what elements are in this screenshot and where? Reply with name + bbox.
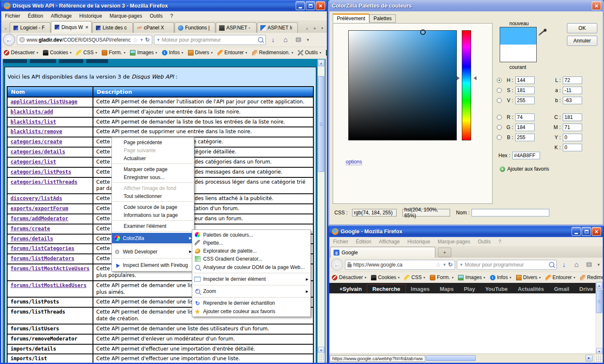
api-link[interactable]: exports/exportForum xyxy=(11,206,68,211)
maximize-button[interactable] xyxy=(582,227,591,236)
context-menu-item[interactable]: Tout sélectionner xyxy=(112,192,194,200)
menu-item[interactable]: Fichier xyxy=(329,237,352,246)
scroll-right-icon[interactable]: ▶ xyxy=(585,355,593,361)
api-link[interactable]: categories/details xyxy=(11,149,65,155)
tab-close-icon[interactable]: × xyxy=(85,24,88,30)
webdev-item[interactable]: Cookies ▾ xyxy=(43,50,72,55)
hue-marker-left-icon[interactable] xyxy=(457,76,460,80)
menu-item[interactable]: Marque-pages xyxy=(434,237,474,246)
webdev-item[interactable]: Redimension. ▾ xyxy=(580,274,603,280)
webdev-item[interactable]: Form. ▾ xyxy=(430,274,453,280)
downloads-button[interactable]: ↓ xyxy=(559,261,570,268)
webdev-item[interactable]: Infos ▾ xyxy=(162,50,183,55)
api-link[interactable]: forums/details xyxy=(11,236,53,242)
k-field[interactable]: 0 xyxy=(563,144,582,151)
lab-b-field[interactable]: -63 xyxy=(563,97,582,104)
menu-item[interactable]: ? xyxy=(495,237,505,246)
webdev-item[interactable]: Entourer ▾ xyxy=(217,50,247,55)
webdev-item[interactable]: Outils ▾ xyxy=(298,50,321,55)
webdev-item[interactable]: Désactiver ▾ xyxy=(332,274,366,280)
radio-s[interactable] xyxy=(497,88,502,93)
webdev-item[interactable]: Code source ▾ xyxy=(326,50,327,55)
webdev-item[interactable]: CSS ▾ xyxy=(404,274,425,280)
submenu-item-palettes[interactable]: Palettes de couleurs... xyxy=(192,231,310,239)
submenu-item-resample[interactable]: ↻ Reprendre le dernier échantillon xyxy=(192,299,310,307)
resize-grip[interactable] xyxy=(595,355,603,363)
menu-item[interactable]: Affichage xyxy=(47,12,76,20)
webdev-item[interactable]: Images ▾ xyxy=(458,274,485,280)
home-button[interactable]: ⌂ xyxy=(280,36,291,43)
toolbar-overflow-icon[interactable]: ▼ xyxy=(596,263,601,267)
api-link[interactable]: blacklists/list xyxy=(11,119,56,125)
submenu-item-dom-analyzer[interactable]: Analyseur de couleur DOM de la page Web.… xyxy=(192,263,310,272)
api-link[interactable]: forums/create xyxy=(11,226,50,232)
maximize-button[interactable] xyxy=(306,1,315,10)
webdev-item[interactable]: Form. ▾ xyxy=(102,50,125,55)
a-field[interactable]: -11 xyxy=(563,87,582,94)
google-nav-item[interactable]: Play xyxy=(459,285,480,293)
webdev-item[interactable]: Divers ▾ xyxy=(188,50,213,55)
google-nav-item[interactable]: Maps xyxy=(434,285,458,293)
webdev-item[interactable]: CSS ▾ xyxy=(76,50,97,55)
search-icon[interactable] xyxy=(258,37,263,42)
api-link[interactable]: forums/listCategories xyxy=(11,245,74,251)
api-link[interactable]: forums/listUsers xyxy=(11,326,59,332)
tab-list-button[interactable]: ▾ xyxy=(318,24,326,33)
api-link[interactable]: blacklists/add xyxy=(11,109,53,115)
resize-grip[interactable] xyxy=(318,353,325,363)
google-nav-item[interactable]: Images xyxy=(406,285,435,293)
tab-scroll-right-button[interactable]: › xyxy=(303,24,311,33)
google-nav-item[interactable]: Drive xyxy=(574,285,598,293)
b-field[interactable]: 255 xyxy=(515,134,535,141)
radio-r[interactable] xyxy=(497,115,502,120)
css-rgb-value[interactable]: rgb(74, 184, 255) xyxy=(352,209,397,216)
plugin-button[interactable] xyxy=(293,37,304,42)
context-menu-item[interactable]: Enregistrer sous... xyxy=(112,173,194,181)
l-field[interactable]: 72 xyxy=(563,76,582,84)
css-hsl-value[interactable]: hsl(204, 100%, 65%) xyxy=(403,209,450,216)
context-menu-item[interactable]: Actualiser xyxy=(112,154,194,162)
color-marker[interactable] xyxy=(420,29,426,35)
scroll-up-icon[interactable]: ▲ xyxy=(596,282,602,289)
page-top-links[interactable] xyxy=(3,59,108,64)
api-link[interactable]: forums/listModerators xyxy=(11,256,74,261)
browser-tab[interactable]: ASP.NET - C... xyxy=(216,22,257,33)
api-link[interactable]: imports/list xyxy=(11,356,47,361)
api-link[interactable]: categories/list xyxy=(11,159,56,165)
add-to-favorites[interactable]: +Ajouter aux favoris xyxy=(500,166,549,172)
google-nav-item[interactable]: Recherche xyxy=(367,284,405,294)
reload-icon[interactable]: ↻ xyxy=(448,262,453,267)
webdev-item[interactable]: Entourer ▾ xyxy=(546,274,575,280)
browser-tab[interactable]: cP cPanel X xyxy=(133,22,174,33)
r-field[interactable]: 74 xyxy=(515,113,535,121)
url-dropdown-icon[interactable]: ▼ xyxy=(442,263,446,267)
new-tab-button[interactable]: + xyxy=(311,24,318,33)
webdev-item[interactable]: Désactiver ▾ xyxy=(4,50,38,55)
submenu-item-gradient-generator[interactable]: CSS Gradient Generator... xyxy=(192,255,310,263)
radio-g[interactable] xyxy=(497,125,502,130)
submenu-item-pipette[interactable]: Pipette... xyxy=(192,239,310,247)
close-button[interactable]: × xyxy=(592,227,601,236)
menu-item[interactable]: ? xyxy=(167,12,177,20)
submenu-item-add-favorites[interactable]: ★ Ajouter cette couleur aux favoris xyxy=(192,307,310,316)
search-placeholder[interactable]: Moteur pour programmeur xyxy=(162,37,256,43)
title-bar[interactable]: ColorZilla Palettes de couleurs × xyxy=(329,0,603,11)
menu-item[interactable]: Fichier xyxy=(1,12,24,20)
api-link[interactable]: forums/removeModerator xyxy=(11,336,77,342)
context-menu-item-webdeveloper[interactable]: ⚙ Web Developer ▶ xyxy=(112,246,194,257)
hex-field[interactable]: #4AB8FF xyxy=(512,152,540,159)
h-field[interactable]: 144 xyxy=(515,76,535,84)
minimize-button[interactable] xyxy=(296,1,305,10)
cancel-button[interactable]: Annuler xyxy=(567,36,597,46)
api-link[interactable]: discovery/listAds xyxy=(11,195,62,201)
home-button[interactable]: ⌂ xyxy=(571,261,582,268)
search-bar[interactable]: ▼ Moteur pour programmeur xyxy=(457,260,557,270)
menu-item[interactable]: Historique xyxy=(76,12,106,20)
google-nav-item[interactable]: Gmail xyxy=(549,285,574,293)
hue-slider[interactable] xyxy=(462,30,471,140)
scroll-down-icon[interactable]: ▼ xyxy=(318,347,324,353)
url-dropdown-icon[interactable]: ▼ xyxy=(140,38,143,42)
back-button[interactable]: ← xyxy=(331,258,343,271)
toolbar-overflow-icon[interactable]: ▼ xyxy=(305,38,310,42)
url-bar[interactable]: https://www.google.ca ☆ ▼ ↻ xyxy=(345,260,455,270)
